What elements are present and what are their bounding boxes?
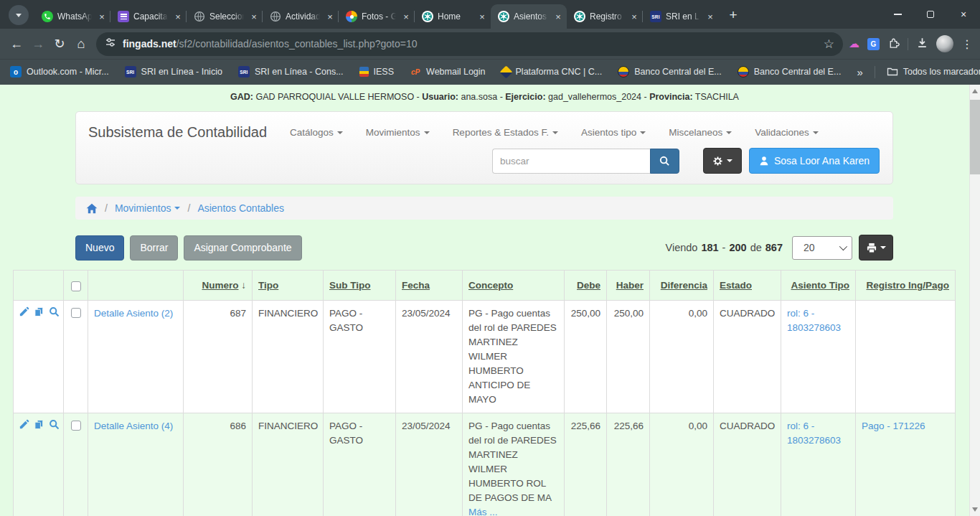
tab-close-icon[interactable]: × [476, 11, 488, 22]
tab-whatsapp[interactable]: WhatsApp × [34, 4, 110, 29]
sort-numero[interactable]: Numero [202, 280, 238, 291]
breadcrumb-movimientos-link[interactable]: Movimientos [115, 202, 181, 214]
home-button[interactable]: ⌂ [70, 33, 92, 55]
extensions-puzzle-icon[interactable] [887, 37, 900, 52]
tab-close-icon[interactable]: × [705, 11, 716, 22]
cnc-icon [499, 65, 512, 78]
breadcrumb-home-link[interactable] [86, 203, 98, 214]
bookmark-sri-inicio[interactable]: SRISRI en Línea - Inicio [125, 66, 222, 78]
bookmark-star-icon[interactable]: ☆ [824, 37, 834, 52]
tab-close-icon[interactable]: × [248, 11, 260, 22]
window-controls: × [881, 0, 980, 29]
asiento-tipo-link[interactable]: rol: 6 - 1803278603 [787, 421, 841, 446]
nuevo-button[interactable]: Nuevo [75, 235, 124, 261]
settings-button[interactable] [703, 148, 742, 174]
row-checkbox[interactable] [71, 308, 81, 318]
search-input[interactable] [492, 149, 650, 174]
cloud-extension-icon[interactable]: ☁ [849, 37, 859, 50]
search-button[interactable] [650, 149, 679, 174]
scroll-up-icon[interactable] [972, 89, 978, 93]
minimize-icon [894, 14, 902, 14]
menu-catalogos[interactable]: Catálogos [290, 127, 343, 138]
sort-estado[interactable]: Estado [720, 280, 752, 291]
bookmark-banco-central-1[interactable]: Banco Central del E... [618, 66, 722, 78]
bookmark-outlook[interactable]: oOutlook.com - Micr... [10, 66, 109, 78]
asiento-tipo-link[interactable]: rol: 6 - 1803278603 [787, 308, 841, 333]
tab-home[interactable]: Home × [415, 4, 491, 29]
address-bar[interactable]: fingads.net/sf2/contabilidad/asientos_co… [96, 32, 843, 56]
tab-capacitacion[interactable]: Capacitac × [110, 4, 187, 29]
sort-concepto[interactable]: Concepto [468, 280, 513, 291]
bookmark-banco-central-2[interactable]: Banco Central del E... [738, 66, 842, 78]
borrar-button[interactable]: Borrar [130, 235, 178, 261]
sort-debe[interactable]: Debe [577, 280, 600, 291]
outlook-icon: o [10, 66, 22, 78]
tab-close-icon[interactable]: × [324, 11, 336, 22]
reload-button[interactable]: ↻ [49, 33, 70, 55]
page-scrollbar[interactable] [969, 85, 980, 516]
minimize-button[interactable] [881, 0, 914, 29]
all-bookmarks-button[interactable]: Todos los marcadores [887, 66, 980, 78]
sort-haber[interactable]: Haber [616, 280, 644, 291]
detalle-asiento-link[interactable]: Detalle Asiento (2) [94, 308, 173, 319]
menu-asientos-tipo[interactable]: Asientos tipo [581, 127, 646, 138]
sort-asiento-tipo[interactable]: Asiento Tipo [791, 280, 849, 291]
tab-fotos[interactable]: Fotos - G × [339, 4, 415, 29]
menu-dots-icon[interactable]: ⋮ [961, 37, 973, 51]
sort-tipo[interactable]: Tipo [258, 280, 278, 291]
profile-avatar[interactable] [936, 35, 953, 52]
edit-icon[interactable] [19, 306, 29, 317]
bookmark-iess[interactable]: IESS [359, 67, 395, 77]
breadcrumb-asientos-contables-link[interactable]: Asientos Contables [197, 202, 284, 214]
bookmark-sri-consultas[interactable]: SRISRI en Línea - Cons... [238, 66, 344, 78]
tab-registro[interactable]: Registro P × [567, 4, 643, 29]
toolbar-extensions: ☁ G ⋮ [849, 35, 973, 52]
site-info-icon[interactable] [105, 37, 116, 51]
tab-close-icon[interactable]: × [96, 11, 108, 22]
toolbar-divider [908, 38, 908, 50]
asignar-comprobante-button[interactable]: Asignar Comprobante [184, 235, 301, 261]
edit-icon[interactable] [19, 419, 29, 430]
mas-link[interactable]: Más ... [468, 507, 498, 516]
menu-validaciones[interactable]: Validaciones [755, 127, 819, 138]
print-button[interactable] [859, 235, 893, 261]
scroll-down-icon[interactable] [972, 507, 978, 512]
tab-close-icon[interactable]: × [400, 11, 412, 22]
translate-icon[interactable]: G [867, 38, 880, 50]
copy-icon[interactable] [34, 419, 44, 430]
sort-diferencia[interactable]: Diferencia [661, 280, 707, 291]
tab-close-icon[interactable]: × [628, 11, 640, 22]
copy-icon[interactable] [34, 306, 44, 317]
close-button[interactable]: × [947, 0, 980, 29]
tab-close-icon[interactable]: × [172, 11, 184, 22]
registro-link[interactable]: Pago - 171226 [862, 421, 925, 431]
user-menu-button[interactable]: Sosa Loor Ana Karen [749, 148, 880, 174]
tab-search-button[interactable] [9, 5, 29, 25]
menu-miscelaneos[interactable]: Miscelaneos [669, 127, 732, 138]
downloads-icon[interactable] [916, 37, 928, 52]
sort-fecha[interactable]: Fecha [402, 280, 430, 291]
sort-subtipo[interactable]: Sub Tipo [329, 280, 371, 291]
back-button[interactable]: ← [6, 33, 27, 55]
tab-actividad[interactable]: Actividad × [263, 4, 339, 29]
search-row-icon[interactable] [49, 419, 60, 430]
tab-close-icon[interactable]: × [552, 11, 564, 22]
menu-reportes[interactable]: Reportes & Estados F. [453, 127, 558, 138]
new-tab-button[interactable]: + [723, 5, 743, 25]
sort-registro[interactable]: Registro Ing/Pago [866, 280, 949, 291]
tab-asientos-contables-active[interactable]: Asientos C × [491, 4, 567, 29]
bookmark-webmail[interactable]: cPWebmail Login [410, 66, 485, 78]
menu-movimientos[interactable]: Movimientos [366, 127, 430, 138]
detalle-asiento-link[interactable]: Detalle Asiento (4) [94, 421, 173, 431]
row-checkbox[interactable] [71, 421, 81, 431]
scrollbar-thumb[interactable] [970, 100, 980, 174]
forward-button[interactable]: → [27, 33, 49, 55]
tab-sri[interactable]: SRI SRI en Lín × [643, 4, 719, 29]
page-size-select[interactable]: 20 [792, 236, 852, 260]
search-row-icon[interactable] [49, 306, 60, 317]
bookmark-cnc[interactable]: Plataforma CNC | C... [501, 67, 603, 77]
select-all-checkbox[interactable] [71, 281, 81, 291]
tab-seleccione[interactable]: Seleccione × [187, 4, 263, 29]
bookmarks-overflow-button[interactable]: » [857, 66, 862, 78]
maximize-button[interactable] [914, 0, 947, 29]
